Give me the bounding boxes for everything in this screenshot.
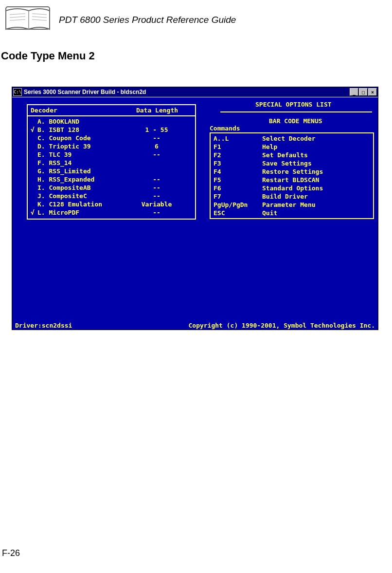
command-key: F1 xyxy=(214,143,262,151)
checkmark: √ xyxy=(31,126,37,134)
commands-table: A..LSelect DecoderF1HelpF2Set DefaultsF3… xyxy=(210,132,374,219)
decoder-name: G. RSS_Limited xyxy=(37,167,130,175)
decoder-row[interactable]: A. BOOKLAND xyxy=(28,117,195,126)
commands-label: Commands xyxy=(210,124,240,132)
dos-footer-bar: Driver:scn2dssi Copyright (c) 1990-2001,… xyxy=(12,321,378,330)
document-title: PDT 6800 Series Product Reference Guide xyxy=(59,15,236,25)
command-key: F7 xyxy=(214,192,262,201)
checkmark xyxy=(31,184,37,192)
command-key: A..L xyxy=(214,134,262,143)
decoder-name: J. CompositeC xyxy=(37,192,130,200)
command-key: F2 xyxy=(214,151,262,159)
decoder-length: -- xyxy=(130,175,183,184)
command-desc: Set Defaults xyxy=(262,151,370,159)
page-number: F-26 xyxy=(2,548,20,558)
minimize-button[interactable]: _ xyxy=(350,88,358,96)
checkmark xyxy=(31,175,37,184)
decoder-name: A. BOOKLAND xyxy=(37,117,130,126)
decoder-length: 6 xyxy=(130,142,183,150)
maximize-button[interactable]: □ xyxy=(359,88,368,96)
decoder-row[interactable]: G. RSS_Limited xyxy=(28,167,195,175)
checkmark xyxy=(31,200,37,208)
titlebar: C:\ Series 3000 Scanner Driver Build - b… xyxy=(12,87,378,97)
command-row: PgUp/PgDnParameter Menu xyxy=(211,201,373,209)
decoder-row[interactable]: I. CompositeAB-- xyxy=(28,184,195,192)
command-key: F4 xyxy=(214,167,262,176)
decoder-row[interactable]: H. RSS_Expanded-- xyxy=(28,175,195,184)
system-menu-icon[interactable]: C:\ xyxy=(13,88,22,96)
decoder-row[interactable]: E. TLC 39-- xyxy=(28,150,195,159)
command-desc: Restart BLDSCAN xyxy=(262,176,370,184)
copyright-label: Copyright (c) 1990-2001, Symbol Technolo… xyxy=(188,321,375,330)
command-row: F5Restart BLDSCAN xyxy=(211,176,373,184)
decoder-row[interactable]: D. Trioptic 396 xyxy=(28,142,195,150)
decoder-table-body: A. BOOKLAND√B. ISBT 1281 - 55 C. Coupon … xyxy=(28,116,195,219)
decoder-length: -- xyxy=(130,184,183,192)
command-desc: Restore Settings xyxy=(262,167,370,176)
decoder-name: D. Trioptic 39 xyxy=(37,142,130,150)
decoder-name: B. ISBT 128 xyxy=(37,126,130,134)
checkmark: √ xyxy=(31,208,37,217)
page-header: PDT 6800 Series Product Reference Guide xyxy=(0,0,392,39)
command-desc: Quit xyxy=(262,209,370,217)
close-button[interactable]: × xyxy=(368,88,377,96)
dos-screen: SPECIAL OPTIONS LIST BAR CODE MENUS Deco… xyxy=(12,97,378,330)
decoder-table: Decoder Data Length A. BOOKLAND√B. ISBT … xyxy=(27,104,196,220)
decoder-table-header: Decoder Data Length xyxy=(28,105,195,116)
decoder-length xyxy=(130,159,183,167)
special-options-title: SPECIAL OPTIONS LIST xyxy=(255,100,332,109)
decoder-name: H. RSS_Expanded xyxy=(37,175,130,184)
command-row: F2Set Defaults xyxy=(211,151,373,159)
command-desc: Save Settings xyxy=(262,159,370,167)
datalength-column-header: Data Length xyxy=(128,106,186,114)
decoder-length: 1 - 55 xyxy=(130,126,183,134)
dos-window: C:\ Series 3000 Scanner Driver Build - b… xyxy=(12,87,378,330)
decoder-name: F. RSS_14 xyxy=(37,159,130,167)
decoder-length: -- xyxy=(130,192,183,200)
bar-code-menus-label: BAR CODE MENUS xyxy=(269,117,322,125)
divider-line xyxy=(220,111,372,112)
decoder-length: -- xyxy=(130,208,183,217)
decoder-name: C. Coupon Code xyxy=(37,134,130,142)
checkmark xyxy=(31,117,37,126)
decoder-length: Variable xyxy=(130,200,183,208)
decoder-name: I. CompositeAB xyxy=(37,184,130,192)
command-key: ESC xyxy=(214,209,262,217)
decoder-row[interactable]: C. Coupon Code-- xyxy=(28,134,195,142)
window-buttons: _ □ × xyxy=(349,88,377,96)
command-key: F5 xyxy=(214,176,262,184)
section-title: Code Type Menu 2 xyxy=(1,50,392,62)
command-desc: Standard Options xyxy=(262,184,370,192)
book-icon xyxy=(3,6,54,34)
decoder-name: L. MicroPDF xyxy=(37,208,130,217)
command-desc: Select Decoder xyxy=(262,134,370,143)
checkmark xyxy=(31,150,37,159)
driver-label: Driver:scn2dssi xyxy=(15,321,72,330)
decoder-length: -- xyxy=(130,150,183,159)
command-key: F6 xyxy=(214,184,262,192)
decoder-length xyxy=(130,117,183,126)
decoder-name: E. TLC 39 xyxy=(37,150,130,159)
decoder-row[interactable]: J. CompositeC-- xyxy=(28,192,195,200)
decoder-length: -- xyxy=(130,134,183,142)
command-row: F3Save Settings xyxy=(211,159,373,167)
decoder-row[interactable]: F. RSS_14 xyxy=(28,159,195,167)
command-row: F7Build Driver xyxy=(211,192,373,201)
decoder-row[interactable]: K. C128 EmulationVariable xyxy=(28,200,195,208)
window-title: Series 3000 Scanner Driver Build - bldsc… xyxy=(24,89,349,95)
command-row: F6Standard Options xyxy=(211,184,373,192)
command-desc: Help xyxy=(262,143,370,151)
command-row: F1Help xyxy=(211,143,373,151)
command-key: PgUp/PgDn xyxy=(214,201,262,209)
command-row: A..LSelect Decoder xyxy=(211,134,373,143)
command-row: F4Restore Settings xyxy=(211,167,373,176)
decoder-length xyxy=(130,167,183,175)
checkmark xyxy=(31,159,37,167)
decoder-row[interactable]: √L. MicroPDF-- xyxy=(28,208,195,217)
checkmark xyxy=(31,192,37,200)
decoder-row[interactable]: √B. ISBT 1281 - 55 xyxy=(28,126,195,134)
command-desc: Build Driver xyxy=(262,192,370,201)
decoder-column-header: Decoder xyxy=(31,106,128,114)
command-row: ESCQuit xyxy=(211,209,373,217)
checkmark xyxy=(31,167,37,175)
